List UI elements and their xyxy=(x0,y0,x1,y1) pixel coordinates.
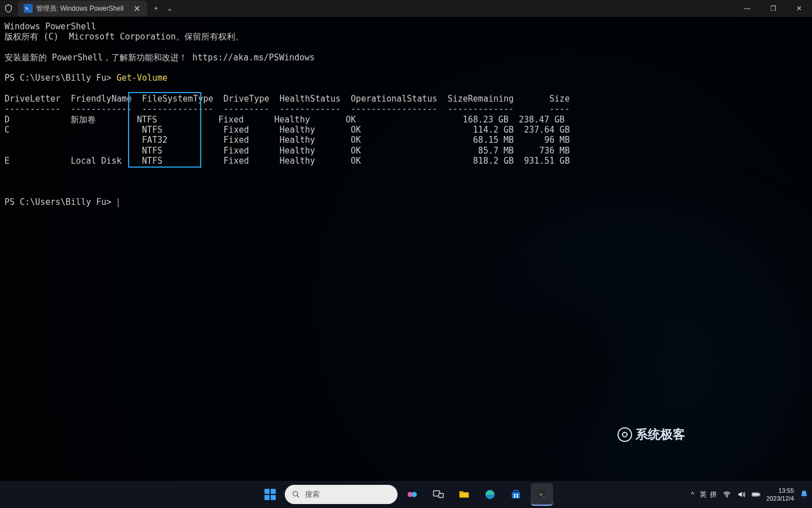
banner-line: 版权所有 (C) Microsoft Corporation。保留所有权利。 xyxy=(5,32,244,42)
svg-point-2 xyxy=(293,492,298,496)
volume-table: DriveLetter FriendlyName FileSystemType … xyxy=(5,94,570,166)
windows-icon xyxy=(264,489,276,500)
store-button[interactable] xyxy=(505,483,527,506)
watermark-text: 系统极客 xyxy=(636,426,685,443)
ime-indicator[interactable]: 英 拼 xyxy=(700,490,717,500)
folder-icon xyxy=(458,488,470,501)
command: Get-Volume xyxy=(117,73,167,83)
edge-icon xyxy=(484,488,496,501)
search-placeholder: 搜索 xyxy=(305,489,320,500)
tab-dropdown-button[interactable]: ⌄ xyxy=(164,5,175,12)
tray-overflow-button[interactable]: ^ xyxy=(691,491,694,498)
maximize-button[interactable]: ❐ xyxy=(760,0,786,17)
clock[interactable]: 13:55 2023/12/4 xyxy=(766,487,794,502)
taskbar: 搜索 >_ ^ 英 拼 13:55 2023/12/4 xyxy=(0,481,812,508)
prompt: PS C:\Users\Billy Fu> xyxy=(5,73,117,83)
tab-title: 管理员: Windows PowerShell xyxy=(36,4,123,14)
svg-rect-7 xyxy=(439,493,443,497)
minimize-button[interactable]: — xyxy=(734,0,760,17)
terminal-output[interactable]: Windows PowerShell 版权所有 (C) Microsoft Co… xyxy=(0,17,812,508)
watermark: 系统极客 xyxy=(617,426,685,443)
svg-point-5 xyxy=(412,492,417,497)
ime-lang: 英 xyxy=(700,490,707,500)
svg-text:>_: >_ xyxy=(539,491,546,497)
svg-rect-8 xyxy=(460,492,464,494)
edge-button[interactable] xyxy=(479,483,501,506)
svg-rect-11 xyxy=(514,491,518,493)
time: 13:55 xyxy=(766,487,794,494)
notifications-button[interactable] xyxy=(800,490,809,499)
file-explorer-button[interactable] xyxy=(453,483,475,506)
volume-icon[interactable] xyxy=(737,490,746,499)
admin-shield-icon xyxy=(0,4,17,13)
svg-rect-21 xyxy=(753,493,758,496)
task-view-icon xyxy=(432,488,444,501)
battery-icon[interactable] xyxy=(752,490,761,499)
wifi-icon[interactable] xyxy=(722,490,731,499)
task-view-button[interactable] xyxy=(427,483,449,506)
terminal-icon: >_ xyxy=(536,488,548,500)
store-icon xyxy=(510,488,522,501)
taskbar-search[interactable]: 搜索 xyxy=(285,485,398,504)
svg-rect-12 xyxy=(514,494,515,496)
watermark-icon xyxy=(617,427,632,442)
prompt: PS C:\Users\Billy Fu> xyxy=(5,197,117,207)
svg-rect-20 xyxy=(760,494,760,495)
date: 2023/12/4 xyxy=(766,494,794,502)
svg-rect-13 xyxy=(517,494,518,496)
close-window-button[interactable]: ✕ xyxy=(786,0,812,17)
window-titlebar: >_ 管理员: Windows PowerShell + ⌄ — ❐ ✕ xyxy=(0,0,812,17)
cursor xyxy=(118,198,118,207)
start-button[interactable] xyxy=(259,483,281,506)
copilot-button[interactable] xyxy=(401,483,423,506)
search-icon xyxy=(292,490,301,499)
svg-line-3 xyxy=(297,496,299,497)
banner-line: Windows PowerShell xyxy=(5,21,96,32)
terminal-button[interactable]: >_ xyxy=(531,483,553,506)
system-tray: ^ 英 拼 13:55 2023/12/4 xyxy=(691,481,809,508)
install-hint: 安装最新的 PowerShell，了解新功能和改进！ https://aka.m… xyxy=(5,52,315,63)
copilot-icon xyxy=(406,488,418,501)
ime-method: 拼 xyxy=(710,490,717,500)
new-tab-button[interactable]: + xyxy=(147,5,164,12)
powershell-icon: >_ xyxy=(24,4,33,13)
tab-powershell[interactable]: >_ 管理员: Windows PowerShell xyxy=(18,1,147,16)
svg-point-18 xyxy=(726,496,727,497)
tab-close-button[interactable] xyxy=(133,4,142,13)
svg-rect-15 xyxy=(517,496,518,498)
svg-rect-14 xyxy=(514,496,515,498)
